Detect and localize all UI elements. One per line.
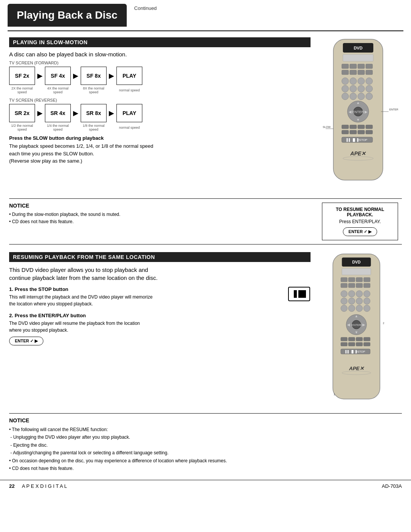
svg-point-13 — [350, 78, 357, 85]
svg-text:DVD: DVD — [352, 260, 361, 264]
sf2x-desc: 2X the normal speed — [9, 86, 35, 94]
play1-desc: normal speed — [116, 88, 142, 92]
svg-point-14 — [358, 78, 365, 85]
arrow3: ▶ — [109, 72, 114, 80]
svg-text:▼: ▼ — [355, 330, 358, 334]
reverse-label: TV SCREEN (REVERSE) — [9, 98, 311, 102]
sf8x-desc: 8X the normal speed — [81, 86, 107, 94]
notice2-text: • The following will cancel the RESUME f… — [9, 426, 402, 472]
step1-title: 1. Press the STOP button — [9, 286, 280, 292]
forward-label: TV SCREEN (FORWARD) — [9, 61, 311, 65]
arrow5: ▶ — [73, 109, 78, 117]
svg-rect-41 — [358, 130, 365, 134]
resume-section: RESUMING PLAYBACK FROM THE SAME LOCATION… — [9, 252, 402, 406]
footer-left: 22 A P E X D I G I T A L — [9, 483, 67, 489]
svg-point-66 — [341, 298, 347, 304]
svg-point-73 — [364, 305, 370, 312]
svg-rect-57 — [364, 278, 370, 282]
remote-svg-slow: DVD — [322, 37, 398, 190]
resume-intro: This DVD video player allows you to stop… — [9, 266, 311, 282]
svg-rect-6 — [358, 64, 365, 69]
svg-text:ENTER/PLAY: ENTER/PLAY — [389, 108, 398, 111]
step1-row: 1. Press the STOP button This will inter… — [9, 286, 311, 307]
remote-resume: DVD — [322, 252, 398, 406]
svg-rect-3 — [343, 54, 373, 61]
svg-rect-82 — [341, 337, 347, 341]
svg-text:▌▌ ▐▌▐/STOP: ▌▌ ▐▌▐/STOP — [346, 350, 365, 354]
arrow4: ▶ — [37, 109, 43, 117]
svg-text:DVD: DVD — [354, 46, 362, 50]
sr2x-desc: 1/2 the normal speed — [9, 124, 35, 131]
notice1-bullet1: • During the slow-motion playback, the s… — [9, 211, 307, 225]
svg-rect-35 — [342, 125, 349, 129]
resume-intro-line1: This DVD video player allows you to stop… — [9, 267, 148, 273]
svg-point-12 — [342, 78, 349, 85]
svg-rect-53 — [342, 268, 371, 275]
step2-title: 2. Press the ENTER/PLAY button — [9, 313, 311, 318]
slow-motion-header: PLAYING IN SLOW-MOTION — [9, 37, 311, 47]
svg-text:▶: ▶ — [362, 323, 365, 327]
page-number: 22 — [9, 483, 14, 489]
svg-rect-87 — [349, 342, 355, 346]
resume-normal-title: TO RESUME NORMAL PLAYBACK. — [328, 207, 392, 217]
sr8x-desc: 1/8 the normal speed — [81, 124, 107, 131]
svg-rect-40 — [350, 130, 357, 134]
svg-point-70 — [341, 305, 347, 312]
remote-right-resume: DVD — [318, 252, 402, 406]
stop-icon-box — [288, 286, 311, 302]
svg-rect-37 — [358, 125, 365, 129]
svg-text:▼: ▼ — [356, 118, 360, 122]
svg-rect-88 — [356, 342, 363, 346]
sf2x-box: SF 2x — [9, 67, 35, 85]
svg-rect-48 — [294, 290, 297, 298]
arrow2: ▶ — [73, 72, 78, 80]
svg-rect-56 — [356, 278, 363, 282]
svg-point-23 — [366, 93, 373, 100]
svg-rect-59 — [349, 283, 355, 288]
svg-rect-60 — [356, 283, 363, 288]
svg-point-72 — [356, 305, 363, 312]
svg-point-21 — [350, 93, 357, 100]
svg-point-18 — [358, 85, 365, 92]
svg-text:APE✕: APE✕ — [349, 366, 364, 371]
svg-point-67 — [349, 298, 355, 304]
svg-rect-58 — [341, 283, 347, 288]
svg-point-71 — [349, 305, 355, 312]
svg-point-64 — [356, 291, 363, 297]
svg-rect-55 — [349, 278, 355, 282]
slow-press-desc2: each time you press the SLOW button. — [9, 150, 311, 158]
reverse-sequence: SR 2x ▶ SR 4x ▶ SR 8x ▶ PLAY — [9, 104, 311, 122]
svg-point-69 — [364, 298, 370, 304]
page-wrapper: Playing Back a Disc Continued PLAYING IN… — [0, 0, 411, 492]
notice1-left: NOTICE • During the slow-motion playback… — [9, 203, 307, 240]
svg-point-62 — [341, 291, 347, 297]
forward-sequence: SF 2x ▶ SF 4x ▶ SF 8x ▶ PLAY — [9, 67, 311, 85]
step2-desc1: The DVD video player will resume the pla… — [9, 320, 311, 327]
step2-content: 2. Press the ENTER/PLAY button The DVD v… — [9, 313, 311, 345]
svg-text:ENTER: ENTER — [352, 323, 362, 327]
brand-name: A P E X D I G I T A L — [22, 483, 67, 489]
svg-rect-4 — [342, 64, 349, 69]
svg-rect-85 — [364, 337, 370, 341]
sr4x-desc: 1/4 the normal speed — [45, 124, 71, 131]
svg-text:▶: ▶ — [365, 110, 368, 114]
page-footer: 22 A P E X D I G I T A L AD-703A — [0, 480, 411, 492]
slow-press-desc3: (Reverse slow play as the same.) — [9, 157, 311, 165]
svg-rect-36 — [350, 125, 357, 129]
svg-rect-61 — [364, 283, 370, 288]
svg-rect-89 — [364, 342, 370, 346]
svg-rect-83 — [349, 337, 355, 341]
resume-header: RESUMING PLAYBACK FROM THE SAME LOCATION — [9, 252, 311, 262]
sf8x-box: SF 8x — [81, 67, 107, 85]
svg-text:▲: ▲ — [356, 101, 360, 105]
svg-point-20 — [342, 93, 349, 100]
enter-button1: ENTER ✓ ▶ — [343, 227, 377, 236]
page-title: Playing Back a Disc — [8, 4, 127, 27]
step2-row: 2. Press the ENTER/PLAY button The DVD v… — [9, 313, 311, 345]
resume-left: RESUMING PLAYBACK FROM THE SAME LOCATION… — [9, 252, 311, 406]
main-content: PLAYING IN SLOW-MOTION A disc can also b… — [0, 37, 411, 472]
arrow1: ▶ — [37, 72, 43, 80]
svg-point-16 — [342, 85, 349, 92]
sr2x-box: SR 2x — [9, 104, 35, 122]
play-box1: PLAY — [116, 67, 142, 85]
